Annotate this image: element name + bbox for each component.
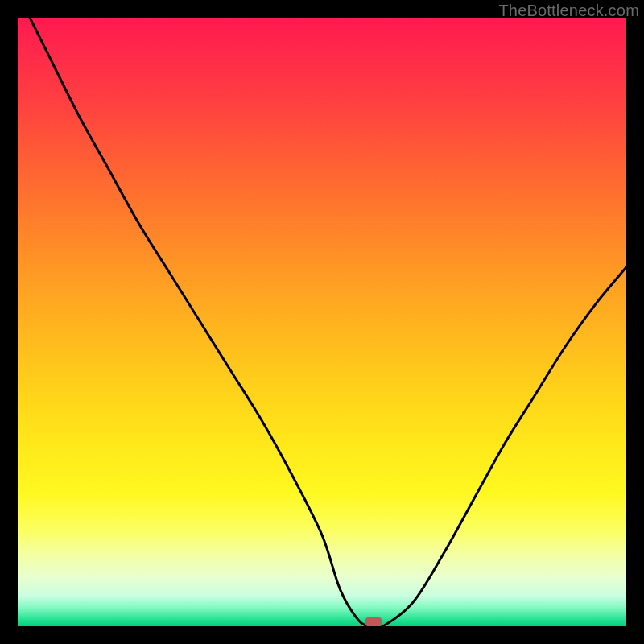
watermark-text: TheBottleneck.com: [498, 2, 639, 20]
plot-area: [18, 18, 626, 626]
optimal-point-marker: [365, 617, 382, 626]
chart-frame: TheBottleneck.com: [0, 0, 644, 644]
bottleneck-curve: [18, 18, 626, 626]
